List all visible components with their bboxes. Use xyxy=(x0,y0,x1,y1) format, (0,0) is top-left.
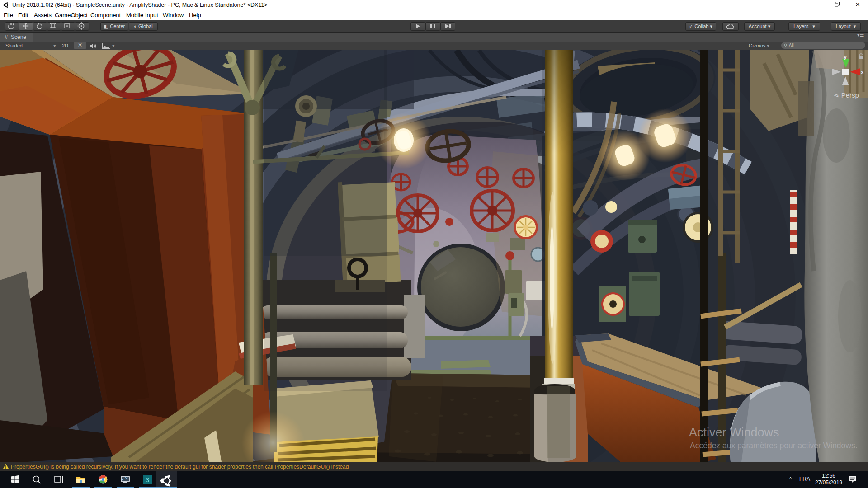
svg-text:Accédez aux paramètres pour ac: Accédez aux paramètres pour activer Wind… xyxy=(690,441,858,450)
svg-text:⋖ Persp: ⋖ Persp xyxy=(834,91,859,99)
svg-text:x: x xyxy=(861,69,864,75)
svg-text:3: 3 xyxy=(146,476,149,483)
svg-text:Activer Windows: Activer Windows xyxy=(689,426,779,439)
svg-text:y: y xyxy=(844,53,847,60)
